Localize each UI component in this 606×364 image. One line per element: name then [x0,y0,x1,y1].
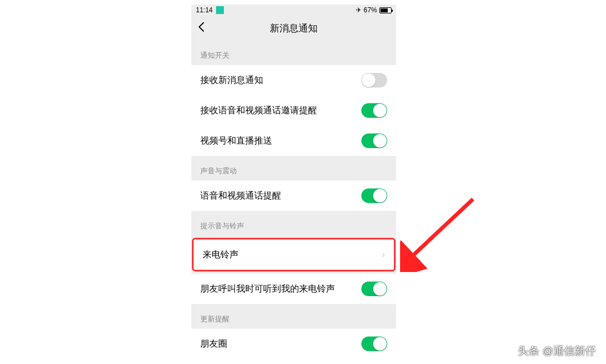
item-label: 语音和视频通话提醒 [200,190,281,202]
item-label: 视频号和直播推送 [200,135,272,147]
item-label: 朋友呼叫我时可听到我的来电铃声 [200,283,335,295]
battery-percent: 67% [364,6,377,14]
airplane-icon: ✈ [356,6,361,14]
item-label: 接收语音和视频通话邀请提醒 [200,105,317,117]
section-notify-switch: 通知开关 [191,40,396,65]
item-incoming-ringtone[interactable]: 来电铃声 › [194,239,394,270]
nav-header: 新消息通知 [191,16,396,40]
item-voice-video-alert[interactable]: 语音和视频通话提醒 [191,181,396,211]
section-update-reminder: 更新提醒 [191,304,396,329]
item-label: 来电铃声 [203,249,238,261]
scan-icon [216,6,224,14]
status-bar: 11:14 ✈ 67% [191,4,396,16]
battery-icon [379,7,392,13]
annotation-arrow [400,193,479,272]
toggle-friend-ringtone[interactable] [361,282,387,296]
toggle-channel-live[interactable] [361,133,387,148]
item-label: 朋友圈 [200,338,227,350]
item-receive-new-msg[interactable]: 接收新消息通知 [191,65,396,95]
toggle-voice-video-alert[interactable] [361,188,387,203]
item-receive-voice-video[interactable]: 接收语音和视频通话邀请提醒 [191,95,396,126]
chevron-left-icon [198,21,205,33]
item-friend-ringtone[interactable]: 朋友呼叫我时可听到我的来电铃声 [191,274,396,304]
section-tone-ring: 提示音与铃声 [191,211,396,236]
back-button[interactable] [191,21,212,35]
chevron-right-icon: › [382,250,385,260]
item-moments[interactable]: 朋友圈 [191,329,396,353]
highlight-box: 来电铃声 › [192,238,396,271]
watermark: 头条 @通信新仔 [518,344,596,358]
phone-screen: 11:14 ✈ 67% 新消息通知 通知开关 接收新消息通知 接收语音和视频通话… [191,4,396,353]
page-title: 新消息通知 [191,22,396,35]
item-channel-live[interactable]: 视频号和直播推送 [191,126,396,156]
status-time: 11:14 [196,6,213,14]
toggle-receive-voice-video[interactable] [361,103,387,118]
item-label: 接收新消息通知 [200,75,263,86]
toggle-moments[interactable] [361,337,387,351]
section-sound-vibrate: 声音与震动 [191,156,396,181]
svg-line-1 [408,199,473,260]
toggle-receive-new-msg[interactable] [361,73,387,87]
